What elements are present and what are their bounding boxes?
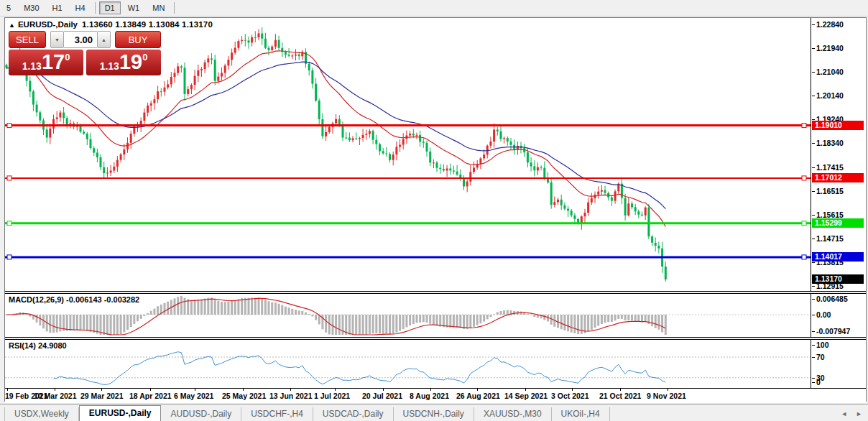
one-click-trading-panel: SELL ▼ 3.00 ▲ BUY 1.13 17 0 1.13 19 0 — [9, 31, 164, 75]
timeframe-h1[interactable]: H1 — [47, 1, 68, 14]
level-price-label: 1.15299 — [812, 218, 864, 228]
date-tick-mark — [572, 389, 573, 391]
date-label: 29 Mar 2021 — [80, 392, 124, 400]
macd-pane: MACD(12,26,9) -0.006143 -0.003282 0.0064… — [5, 294, 866, 338]
timeframe-h4[interactable]: H4 — [70, 1, 91, 14]
buy-price-big-digits: 19 — [119, 50, 142, 74]
tab-usdcad-daily[interactable]: USDCAD-,Daily — [313, 407, 394, 421]
buy-button[interactable]: BUY — [115, 31, 161, 48]
volume-increase-button[interactable]: ▲ — [97, 31, 111, 48]
date-label: 21 Oct 2021 — [599, 392, 641, 400]
volume-decrease-button[interactable]: ▼ — [50, 31, 64, 48]
price-axis: 1.228401.219401.210401.201401.192401.183… — [811, 18, 866, 291]
rsi-axis-tick: 70 — [816, 353, 825, 361]
price-tick: 1.21040 — [816, 68, 844, 76]
timeframe-5[interactable]: 5 — [1, 1, 17, 14]
level-price-label: 1.14017 — [812, 252, 864, 262]
tab-usdchf-h4[interactable]: USDCHF-,H4 — [241, 407, 313, 421]
level-price-label: 1.19010 — [812, 121, 864, 130]
timeframe-m30[interactable]: M30 — [18, 1, 45, 14]
date-label: 20 Jul 2021 — [362, 392, 402, 400]
macd-axis-tick: -0.007947 — [816, 327, 850, 336]
sell-price-prefix: 1.13 — [22, 60, 42, 72]
buy-price-pip-digit: 0 — [142, 52, 147, 63]
date-tick-mark — [430, 389, 431, 391]
tab-scroll-right-icon[interactable]: ► — [856, 410, 862, 417]
buy-price-prefix: 1.13 — [100, 60, 119, 72]
hline-handle[interactable] — [802, 176, 806, 180]
tab-ukoil-h4[interactable]: UKOil-,H4 — [552, 407, 610, 421]
chart-symbol-header: ▲EURUSD-,Daily1.13660 1.13849 1.13084 1.… — [9, 20, 213, 29]
macd-axis-tick: 0.006485 — [816, 295, 848, 303]
spinner-down-icon: ▼ — [55, 37, 60, 42]
date-label: 25 May 2021 — [222, 392, 266, 400]
price-tick: 1.16515 — [816, 187, 844, 195]
price-tick: 1.20140 — [816, 91, 844, 100]
date-tick-mark — [477, 389, 478, 391]
chart-tabs: USDX,WeeklyEURUSD-,DailyAUDUSD-,DailyUSD… — [4, 405, 610, 421]
rsi-label: RSI(14) 24.9080 — [9, 341, 67, 350]
timeframe-mn[interactable]: MN — [147, 1, 170, 14]
price-tick: 1.14715 — [816, 234, 844, 243]
hline-handle[interactable] — [7, 124, 11, 128]
date-label: 3 Oct 2021 — [551, 392, 589, 400]
time-axis[interactable]: 19 Feb 202110 Mar 202129 Mar 202118 Apr … — [5, 389, 866, 403]
sell-price-box[interactable]: 1.13 17 0 — [9, 50, 83, 75]
date-tick-mark — [150, 389, 151, 391]
rsi-axis-tick: 0 — [816, 378, 821, 387]
rsi-plot[interactable] — [5, 340, 811, 387]
chart-tab-bar: USDX,WeeklyEURUSD-,DailyAUDUSD-,DailyUSD… — [0, 404, 868, 421]
rsi-axis-tick: 100 — [816, 341, 829, 349]
rsi-pane: RSI(14) 24.9080 10070300 — [5, 340, 866, 389]
hline-handle[interactable] — [802, 221, 806, 226]
date-tick-mark — [195, 389, 195, 391]
sell-button[interactable]: SELL — [9, 31, 46, 48]
tab-eurusd-daily[interactable]: EURUSD-,Daily — [79, 405, 162, 421]
rsi-axis: 10070300 — [811, 340, 866, 388]
sell-price-pip-digit: 0 — [65, 52, 70, 63]
date-label: 6 May 2021 — [174, 392, 213, 400]
date-label: 10 Mar 2021 — [34, 392, 77, 400]
date-tick-mark — [335, 389, 336, 391]
tab-audusd-daily[interactable]: AUDUSD-,Daily — [161, 407, 241, 421]
chart-symbol-label: EURUSD-,Daily — [18, 20, 78, 29]
hline-handle[interactable] — [7, 255, 11, 259]
chart-ohlc-values: 1.13660 1.13849 1.13084 1.13170 — [82, 20, 213, 29]
buy-price-box[interactable]: 1.13 19 0 — [86, 50, 161, 75]
date-tick-mark — [620, 389, 621, 391]
price-tick: 1.18340 — [816, 139, 844, 147]
date-tick-mark — [55, 389, 55, 391]
date-label: 9 Nov 2021 — [647, 392, 686, 400]
date-tick-mark — [243, 389, 244, 391]
trade-prices-row: 1.13 17 0 1.13 19 0 — [9, 50, 164, 75]
volume-field[interactable]: 3.00 — [64, 31, 97, 48]
panel-collapse-icon[interactable]: ▲ — [9, 22, 15, 29]
date-label: 1 Jul 2021 — [314, 392, 350, 400]
tab-scroll-left-icon[interactable]: ◄ — [841, 410, 847, 417]
price-pane: ▲EURUSD-,Daily1.13660 1.13849 1.13084 1.… — [5, 18, 866, 292]
toolbar-separator — [174, 2, 175, 14]
price-tick: 1.22840 — [816, 20, 844, 29]
level-price-label: 1.17012 — [812, 173, 864, 182]
date-label: 26 Aug 2021 — [456, 392, 500, 400]
date-label: 8 Aug 2021 — [410, 392, 449, 400]
date-tick-mark — [383, 389, 384, 391]
hline-handle[interactable] — [802, 255, 806, 259]
macd-axis: 0.0064850.00-0.007947 — [811, 294, 866, 337]
hline-handle[interactable] — [7, 176, 11, 180]
tab-usdcnh-daily[interactable]: USDCNH-,Daily — [394, 407, 474, 421]
macd-axis-tick: 0.00 — [816, 310, 831, 319]
moving-average-20 — [6, 51, 665, 227]
timeframe-w1[interactable]: W1 — [122, 1, 146, 14]
tab-usdx-weekly[interactable]: USDX,Weekly — [4, 407, 79, 421]
date-label: 13 Jun 2021 — [269, 392, 313, 400]
trade-controls-row: SELL ▼ 3.00 ▲ BUY — [9, 31, 164, 48]
date-label: 14 Sep 2021 — [504, 392, 548, 400]
tab-xauusd-m30[interactable]: XAUUSD-,M30 — [474, 407, 552, 421]
hline-handle[interactable] — [7, 221, 11, 226]
timeframe-d1[interactable]: D1 — [99, 1, 121, 14]
current-price-label: 1.13170 — [812, 274, 864, 284]
date-tick-mark — [525, 389, 526, 391]
hline-handle[interactable] — [802, 124, 806, 128]
macd-label: MACD(12,26,9) -0.006143 -0.003282 — [9, 295, 139, 304]
